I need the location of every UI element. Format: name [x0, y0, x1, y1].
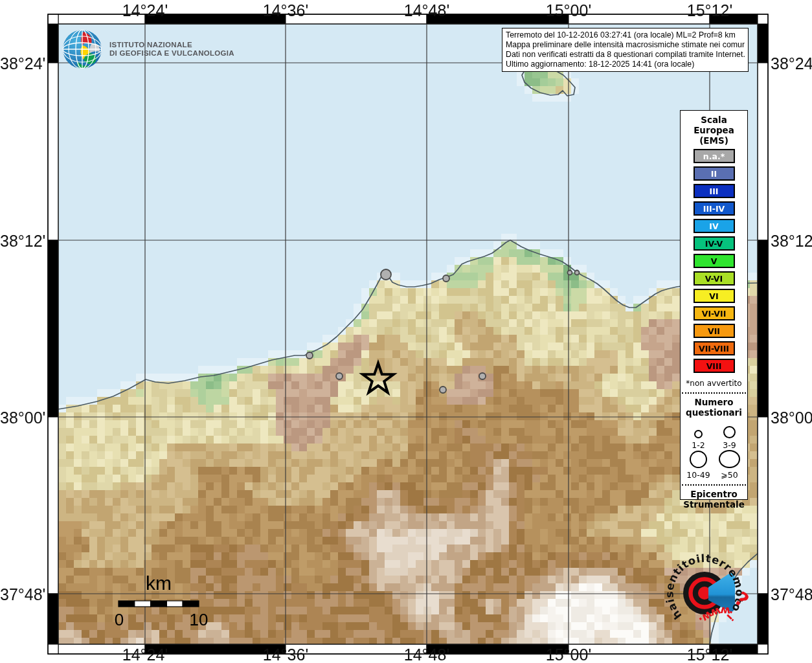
lat-label-left-3: 37°48' [0, 585, 45, 604]
legend-chip-iii: III [694, 184, 735, 198]
legend-title-3: (EMS) [699, 135, 728, 146]
questionnaire-title-2: questionari [686, 407, 742, 418]
ingv-line2: DI GEOFISICA E VULCANOLOGIA [109, 49, 234, 58]
legend-chip-vi: VI [694, 289, 735, 303]
legend-separator-2 [682, 484, 746, 486]
terrain-map-canvas [58, 24, 758, 644]
questionnaire-class: 10-49 [683, 450, 714, 480]
legend-chip-na: n.a.* [694, 149, 735, 163]
legend-title-1: Scala [701, 115, 727, 125]
lon-label-top-2: 14°48' [404, 1, 449, 20]
lat-label-left-0: 38°24' [0, 54, 45, 73]
lat-label-right-0: 38°24' [771, 54, 812, 73]
questionnaire-class-label: 3-9 [723, 440, 736, 450]
lat-label-right-2: 38°00' [771, 409, 812, 427]
legend-chip-vii: VII [694, 324, 735, 338]
legend-chip-ii: II [694, 166, 735, 181]
earthquake-info-box: Terremoto del 10-12-2016 03:27:41 (ora l… [502, 28, 749, 72]
questionnaire-circle-icon [690, 451, 707, 468]
questionnaire-title-1: Numero [694, 397, 733, 407]
questionnaire-class-label: 1-2 [692, 440, 705, 450]
lon-label-bottom-1: 14°36' [263, 646, 308, 663]
legend-chip-ivv: IV-V [694, 236, 735, 251]
legend-chip-viii: VIII [694, 359, 735, 373]
questionnaire-size-key: 1-23-910-49⩾50 [683, 420, 745, 480]
questionnaire-circle-icon [723, 426, 736, 438]
ingv-line1: ISTITUTO NAZIONALE [109, 41, 234, 50]
legend-chip-iv: IV [694, 219, 735, 233]
lon-label-bottom-0: 14°24' [122, 646, 168, 663]
info-line-event: Terremoto del 10-12-2016 03:27:41 (ora l… [506, 30, 745, 40]
lat-label-right-3: 37°48' [771, 585, 812, 604]
epicenter-title-1: Epicentro [690, 489, 738, 499]
lon-label-bottom-2: 14°48' [404, 646, 449, 663]
legend-chip-iiiiv: III-IV [694, 201, 735, 216]
legend-chip-v: V [694, 254, 735, 268]
ingv-wordmark: ISTITUTO NAZIONALE DI GEOFISICA E VULCAN… [109, 41, 234, 58]
intensity-scale-chips: n.a.*IIIIIIII-IVIVIV-VVV-VIVIVI-VIIVIIVI… [694, 146, 735, 373]
legend-chip-viiviii: VII-VIII [694, 341, 735, 355]
legend-title-2: Europea [694, 125, 734, 135]
questionnaire-class: 3-9 [714, 420, 745, 450]
legend-chip-vvi: V-VI [694, 271, 735, 286]
lon-label-bottom-3: 15°00' [546, 646, 591, 663]
questionnaire-circle-icon [719, 450, 740, 468]
macroseismic-map-page: haisentitoilterremoto.it www. ? 14°24' 1… [0, 0, 812, 663]
info-line-map-type: Mappa preliminare delle intensità macros… [506, 40, 745, 50]
scalebar-end-label: 10 [190, 610, 209, 630]
scalebar-unit-label: km [146, 572, 172, 594]
ingv-logo: ISTITUTO NAZIONALE DI GEOFISICA E VULCAN… [62, 28, 234, 70]
legend-panel: Scala Europea (EMS) n.a.*IIIIIIII-IVIVIV… [680, 110, 748, 500]
questionnaire-class-label: ⩾50 [721, 470, 738, 480]
questionnaire-class: 1-2 [683, 420, 714, 450]
lon-label-bottom-4: 15°12' [687, 646, 732, 663]
legend-chip-vivii: VI-VII [694, 306, 735, 320]
ingv-globe-icon [62, 28, 103, 70]
info-line-updated: Ultimo aggiornamento: 18-12-2025 14:41 (… [506, 60, 745, 69]
scalebar-start-label: 0 [115, 610, 124, 630]
info-line-questionnaires: Dati non verificati estratti da 8 questi… [506, 50, 745, 60]
legend-footnote: *non avvertito [686, 379, 741, 388]
questionnaire-class-label: 10-49 [686, 470, 710, 480]
epicenter-title-2: Strumentale [683, 499, 745, 510]
lat-label-left-1: 38°12' [0, 232, 45, 251]
lon-label-top-3: 15°00' [546, 1, 591, 20]
lon-label-top-1: 14°36' [263, 1, 308, 20]
questionnaire-circle-icon [694, 430, 703, 438]
lat-label-right-1: 38°12' [771, 232, 812, 251]
legend-separator-1 [682, 392, 746, 394]
lon-label-top-4: 15°12' [687, 1, 732, 20]
lat-label-left-2: 38°00' [0, 409, 45, 427]
lon-label-top-0: 14°24' [122, 1, 168, 20]
questionnaire-class: ⩾50 [714, 450, 745, 480]
